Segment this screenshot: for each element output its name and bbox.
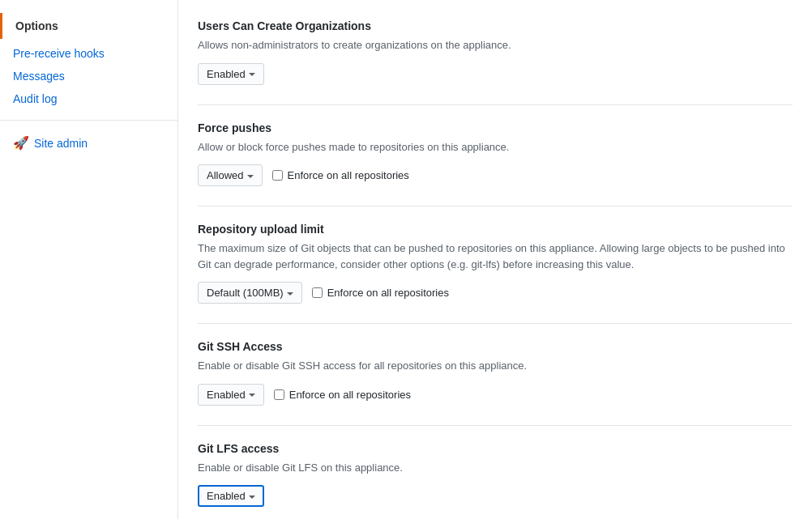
sidebar-item-audit-log[interactable]: Audit log bbox=[0, 87, 177, 110]
section-git-lfs-access: Git LFS access Enable or disable Git LFS… bbox=[198, 426, 793, 520]
enforce-checkbox-upload-limit[interactable] bbox=[312, 287, 323, 298]
sidebar-item-messages[interactable]: Messages bbox=[0, 65, 177, 87]
sidebar-options-header: Options bbox=[0, 13, 177, 39]
sidebar-divider bbox=[0, 120, 177, 121]
section-title-git-lfs-access: Git LFS access bbox=[198, 442, 793, 455]
enforce-checkbox-ssh-access[interactable] bbox=[274, 389, 284, 400]
section-desc-users-can-create-orgs: Allows non-administrators to create orga… bbox=[198, 37, 793, 53]
section-title-force-pushes: Force pushes bbox=[198, 121, 793, 134]
enforce-all-repos-force-pushes[interactable]: Enforce on all repositories bbox=[272, 169, 409, 181]
section-git-ssh-access: Git SSH Access Enable or disable Git SSH… bbox=[198, 324, 793, 426]
dropdown-users-can-create-orgs[interactable]: Enabled bbox=[198, 63, 264, 85]
dropdown-repo-upload-limit[interactable]: Default (100MB) bbox=[198, 282, 302, 304]
sidebar-item-pre-receive-hooks[interactable]: Pre-receive hooks bbox=[0, 42, 177, 65]
sidebar-item-site-admin[interactable]: 🚀 Site admin bbox=[0, 130, 177, 155]
caret-icon bbox=[249, 394, 255, 397]
controls-git-lfs-access: Enabled bbox=[198, 485, 793, 507]
enforce-all-repos-ssh-access[interactable]: Enforce on all repositories bbox=[274, 389, 411, 401]
section-title-git-ssh-access: Git SSH Access bbox=[198, 340, 793, 353]
sidebar: Options Pre-receive hooks Messages Audit… bbox=[0, 0, 178, 519]
section-desc-git-lfs-access: Enable or disable Git LFS on this applia… bbox=[198, 460, 793, 476]
controls-users-can-create-orgs: Enabled bbox=[198, 63, 793, 85]
main-content: Users Can Create Organizations Allows no… bbox=[178, 0, 812, 519]
section-desc-git-ssh-access: Enable or disable Git SSH access for all… bbox=[198, 358, 793, 374]
controls-force-pushes: Allowed Enforce on all repositories bbox=[198, 164, 793, 186]
dropdown-force-pushes[interactable]: Allowed bbox=[198, 164, 263, 186]
section-force-pushes: Force pushes Allow or block force pushes… bbox=[198, 105, 793, 207]
rocket-icon: 🚀 bbox=[13, 135, 29, 151]
caret-icon bbox=[287, 292, 293, 296]
section-repo-upload-limit: Repository upload limit The maximum size… bbox=[198, 206, 793, 324]
section-title-repo-upload-limit: Repository upload limit bbox=[198, 223, 793, 236]
controls-git-ssh-access: Enabled Enforce on all repositories bbox=[198, 384, 793, 406]
section-users-can-create-orgs: Users Can Create Organizations Allows no… bbox=[198, 16, 793, 105]
section-desc-force-pushes: Allow or block force pushes made to repo… bbox=[198, 139, 793, 155]
section-title-users-can-create-orgs: Users Can Create Organizations bbox=[198, 19, 793, 32]
caret-icon bbox=[247, 175, 254, 178]
controls-repo-upload-limit: Default (100MB) Enforce on all repositor… bbox=[198, 282, 793, 304]
dropdown-git-lfs-access[interactable]: Enabled bbox=[198, 485, 264, 507]
caret-icon bbox=[249, 73, 255, 76]
enforce-all-repos-upload-limit[interactable]: Enforce on all repositories bbox=[312, 287, 449, 299]
section-desc-repo-upload-limit: The maximum size of Git objects that can… bbox=[198, 240, 793, 272]
enforce-checkbox-force-pushes[interactable] bbox=[272, 170, 283, 181]
dropdown-git-ssh-access[interactable]: Enabled bbox=[198, 384, 264, 406]
caret-icon bbox=[249, 496, 255, 499]
